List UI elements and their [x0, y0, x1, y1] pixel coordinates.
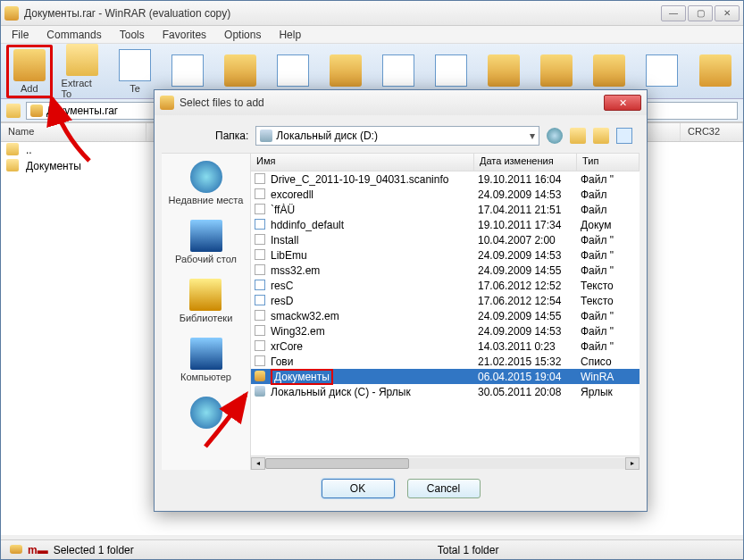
toolbar-extract-to[interactable]: Extract To — [60, 42, 105, 101]
place-недавние-места[interactable]: Недавние места — [169, 161, 244, 205]
file-list: Имя Дата изменения Тип Drive_C_2011-10-1… — [251, 154, 640, 470]
cancel-button[interactable]: Cancel — [407, 479, 481, 498]
menu-file[interactable]: File — [4, 27, 36, 43]
maximize-button[interactable]: ▢ — [688, 5, 713, 21]
toolbar-btn-3[interactable] — [165, 53, 211, 90]
scroll-thumb[interactable] — [265, 458, 409, 469]
new-folder-icon[interactable] — [593, 128, 609, 144]
winrar-icon — [160, 96, 180, 110]
file-row[interactable]: hddinfo_default19.10.2011 17:34Докум — [251, 217, 640, 232]
place-рабочий-стол[interactable]: Рабочий стол — [175, 220, 237, 264]
toolbar-btn-6[interactable] — [323, 53, 369, 90]
toolbar-te[interactable]: Te — [113, 47, 158, 96]
file-row[interactable]: resD17.06.2012 12:54Тексто — [251, 293, 640, 308]
toolbar-btn-7[interactable] — [376, 53, 422, 90]
menu-favorites[interactable]: Favorites — [155, 27, 213, 43]
status-selected: Selected 1 folder — [54, 544, 134, 556]
file-row[interactable]: Install10.04.2007 2:00Файл " — [251, 232, 640, 247]
col-file-type[interactable]: Тип — [577, 154, 640, 171]
statusbar: m▬ Selected 1 folder Total 1 folder — [1, 539, 743, 559]
dialog-close-button[interactable]: ✕ — [604, 95, 641, 111]
main-title: Документы.rar - WinRAR (evaluation copy) — [24, 7, 661, 20]
file-row[interactable]: resC17.06.2012 12:52Тексто — [251, 278, 640, 293]
dialog-title: Select files to add — [180, 96, 604, 109]
file-row[interactable]: smackw32.em24.09.2009 14:55Файл " — [251, 308, 640, 323]
file-list-rows[interactable]: Drive_C_2011-10-19_04031.scaninfo19.10.2… — [251, 171, 640, 456]
status-total: Total 1 folder — [438, 544, 499, 556]
back-icon[interactable] — [547, 128, 563, 144]
file-row[interactable]: LibEmu24.09.2009 14:53Файл " — [251, 247, 640, 263]
file-row[interactable]: `ffÀÜ17.04.2011 21:51Файл — [251, 202, 640, 217]
toolbar-add[interactable]: Add — [6, 45, 53, 98]
toolbar-btn-8[interactable] — [429, 53, 474, 90]
toolbar-btn-9[interactable] — [481, 53, 527, 90]
toolbar-btn-10[interactable] — [534, 53, 580, 90]
scroll-right-button[interactable]: ▸ — [625, 457, 640, 470]
col-crc[interactable]: CRC32 — [681, 123, 743, 141]
view-menu-icon[interactable] — [616, 128, 632, 144]
file-row[interactable]: Wing32.em24.09.2009 14:53Файл " — [251, 323, 640, 339]
places-sidebar: Недавние местаРабочий столБиблиотекиКомп… — [162, 154, 251, 470]
scroll-left-button[interactable]: ◂ — [251, 457, 265, 470]
file-row[interactable]: Локальный диск (C) - Ярлык30.05.2011 20:… — [251, 384, 640, 399]
col-file-date[interactable]: Дата изменения — [474, 154, 577, 171]
col-file-name[interactable]: Имя — [251, 154, 474, 171]
menu-options[interactable]: Options — [217, 27, 268, 43]
close-button[interactable]: ✕ — [715, 5, 740, 21]
folder-label: Папка: — [215, 130, 248, 142]
up-folder-icon[interactable] — [6, 104, 21, 118]
toolbar-btn-12[interactable] — [640, 53, 685, 90]
select-files-dialog: Select files to add ✕ Папка: Локальный д… — [154, 89, 648, 512]
ok-button[interactable]: OK — [322, 479, 395, 498]
menu-tools[interactable]: Tools — [113, 27, 152, 43]
file-row[interactable]: excoredll24.09.2009 14:53Файл — [251, 187, 640, 202]
winrar-icon — [4, 6, 19, 21]
place-item[interactable] — [190, 397, 222, 430]
toolbar-btn-11[interactable] — [587, 53, 632, 90]
horizontal-scrollbar[interactable]: ◂ ▸ — [251, 456, 640, 470]
col-name[interactable]: Name — [1, 123, 146, 141]
dialog-titlebar: Select files to add ✕ — [155, 90, 647, 115]
minimize-button[interactable]: — — [661, 5, 686, 21]
folder-combo[interactable]: Локальный диск (D:) ▾ — [255, 126, 539, 146]
folder-combo-value: Локальный диск (D:) — [276, 130, 378, 142]
file-row[interactable]: Drive_C_2011-10-19_04031.scaninfo19.10.2… — [251, 171, 640, 187]
main-titlebar: Документы.rar - WinRAR (evaluation copy)… — [1, 1, 743, 26]
path-text: Документы.rar — [46, 104, 118, 117]
file-row[interactable]: Гови21.02.2015 15:32Списо — [251, 354, 640, 369]
chevron-down-icon: ▾ — [530, 130, 535, 142]
file-list-header: Имя Дата изменения Тип — [251, 154, 640, 171]
file-row[interactable]: mss32.em24.09.2009 14:55Файл " — [251, 263, 640, 278]
up-icon[interactable] — [570, 128, 586, 144]
place-компьютер[interactable]: Компьютер — [180, 338, 231, 382]
menu-help[interactable]: Help — [272, 27, 308, 43]
menubar: File Commands Tools Favorites Options He… — [1, 26, 743, 44]
toolbar-btn-13[interactable] — [692, 53, 738, 90]
toolbar-btn-5[interactable] — [271, 53, 316, 90]
menu-commands[interactable]: Commands — [39, 27, 108, 43]
status-icon — [10, 544, 22, 556]
place-библиотеки[interactable]: Библиотеки — [180, 279, 233, 323]
toolbar-btn-4[interactable] — [218, 53, 263, 90]
file-row[interactable]: Документы06.04.2015 19:04WinRA — [251, 369, 640, 384]
file-row[interactable]: xrCore14.03.2011 0:23Файл " — [251, 339, 640, 354]
